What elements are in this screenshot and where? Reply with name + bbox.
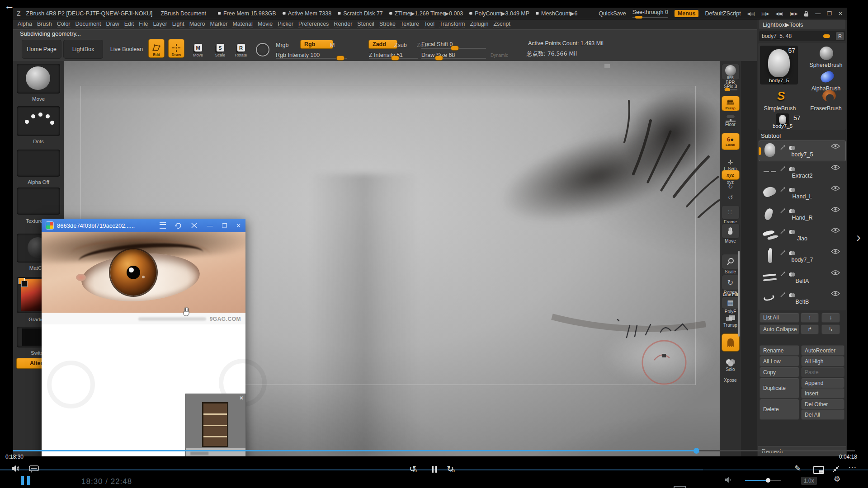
polypaint-brush-icon[interactable] (780, 250, 785, 256)
polypaint-brush-icon[interactable] (780, 187, 785, 192)
zadd-button[interactable]: Zadd (369, 40, 397, 48)
rgb-intensity-knob[interactable] (337, 56, 344, 60)
duplicate-button[interactable]: Duplicate (760, 378, 799, 398)
image-viewer-titlebar[interactable]: 8663de74f03bf719acc202...... — ❐ ✕ (42, 219, 245, 232)
menu-color[interactable]: Color (57, 21, 71, 28)
menu-brush[interactable]: Brush (37, 21, 52, 28)
menu-draw[interactable]: Draw (106, 21, 119, 28)
palette-right-icon[interactable]: ▣▸ (790, 10, 797, 17)
shelf-transp[interactable]: Transp (721, 315, 740, 328)
move-down-turn-button[interactable]: ↳ (822, 325, 840, 334)
edit-mode-button[interactable]: Edit (149, 39, 164, 57)
shelf-scale[interactable]: Scale (721, 254, 740, 274)
toggle-pill-icon[interactable] (791, 209, 795, 213)
draw-mode-button[interactable]: Draw (169, 39, 184, 57)
lock-icon[interactable] (804, 11, 809, 16)
volume-icon[interactable] (11, 465, 20, 473)
rotate-mode-button[interactable]: RRotate (234, 39, 248, 57)
skip-forward-button[interactable]: ↻30 (447, 464, 454, 474)
visibility-eye-icon[interactable] (831, 291, 840, 296)
video-content[interactable]: Z ZBrush 4R8 P2 [DEUC-PJTF-QNEW-GFJI-NOK… (13, 8, 847, 456)
lightbox-button[interactable]: LightBox (64, 40, 103, 58)
insert-button[interactable]: Insert (802, 389, 844, 398)
menu-stroke[interactable]: Stroke (379, 21, 396, 28)
subtool-header[interactable]: Subtool (761, 132, 781, 139)
toggle-pill-icon[interactable] (791, 167, 795, 171)
copy-button[interactable]: Copy (760, 367, 799, 377)
thumbnail-panel[interactable]: ✕ (186, 394, 245, 456)
menus-button[interactable]: Menus (675, 10, 699, 17)
tray-dots[interactable] (17, 106, 60, 136)
r-button[interactable]: R (836, 32, 844, 40)
shelf-bpr[interactable]: BPRBPR (721, 64, 740, 85)
polypaint-brush-icon[interactable] (780, 272, 785, 277)
subtool-row-jiao[interactable]: Jiao (759, 225, 845, 245)
viewer-close-icon[interactable]: ✕ (236, 222, 241, 229)
rgb-intensity-slider[interactable]: Rgb Intensity 100 (276, 52, 320, 58)
toggle-pill-icon[interactable] (791, 272, 795, 277)
m-button[interactable]: M (330, 42, 335, 48)
shelf-local[interactable]: 6●Local (721, 133, 740, 150)
shrink-player-icon[interactable] (832, 465, 840, 473)
del-other-button[interactable]: Del Other (802, 399, 844, 409)
shelf-polyf[interactable]: Line Fill▦PolyF (721, 292, 740, 314)
menu-stencil[interactable]: Stencil (357, 21, 374, 28)
subtool-row-body7_7[interactable]: body7_7 (759, 246, 845, 266)
thumbnail-close-icon[interactable]: ✕ (239, 395, 244, 401)
spherebrush-icon[interactable] (820, 47, 833, 60)
menu-zscript[interactable]: Zscript (493, 21, 510, 28)
visibility-eye-icon[interactable] (831, 186, 840, 191)
toggle-pill-icon[interactable] (791, 230, 795, 234)
dynamic-toggle[interactable]: Dynamic (491, 53, 508, 58)
eraserbrush-icon[interactable] (822, 90, 836, 102)
pip-icon[interactable] (813, 466, 824, 474)
toggle-pill-icon[interactable] (791, 188, 795, 192)
menu-tool[interactable]: Tool (424, 21, 434, 28)
shelf-mini[interactable] (721, 115, 740, 118)
menu-file[interactable]: File (139, 21, 148, 28)
del-all-button[interactable]: Del All (802, 410, 844, 419)
tray-move[interactable] (17, 64, 60, 94)
rgb-intensity-track[interactable] (276, 58, 347, 59)
shelf-lsym[interactable]: ✛L.Sym (721, 159, 740, 171)
move-mode-button[interactable]: MMove (191, 39, 205, 57)
all-high-button[interactable]: All High (802, 357, 844, 366)
shelf-roty[interactable]: ↻ (721, 183, 740, 190)
visibility-eye-icon[interactable] (831, 207, 840, 212)
subtool-down-button[interactable]: ↓ (822, 313, 840, 322)
video-progress-knob[interactable] (693, 448, 699, 454)
menu-movie[interactable]: Movie (258, 21, 273, 28)
tool-slider-knob[interactable] (823, 34, 830, 38)
see-through-slider[interactable]: See-through 0 (632, 9, 668, 18)
subtool-row-beltb[interactable]: BeltB (759, 288, 845, 308)
edit-clip-icon[interactable]: ✎ (794, 464, 801, 474)
append-button[interactable]: Append (802, 378, 844, 388)
shelf-scrollbar[interactable] (738, 251, 740, 337)
rename-button[interactable]: Rename (760, 346, 799, 355)
visibility-eye-icon[interactable] (831, 165, 840, 170)
settings-gear-icon[interactable]: ⚙ (834, 474, 840, 484)
zsub-button[interactable]: Zsub (394, 42, 407, 48)
volume-knob[interactable] (766, 478, 770, 483)
tool-name-slider[interactable]: body7_5. 48 R (759, 31, 845, 41)
volume-icon-2[interactable] (724, 476, 732, 483)
subtool-row-belta[interactable]: BeltA (759, 267, 845, 287)
scroll-right-icon[interactable]: ▤▸ (761, 10, 769, 17)
simplebrush-icon[interactable]: S (777, 89, 785, 103)
subtool-row-hand_r[interactable]: Hand_R (759, 204, 845, 224)
subtool-up-button[interactable]: ↑ (801, 313, 818, 322)
more-options-icon[interactable]: ⋯ (848, 462, 857, 472)
lightbox-tools-header[interactable]: Lightbox▶Tools (759, 19, 845, 29)
minimize-icon[interactable]: — (815, 10, 821, 17)
paste-button[interactable]: Paste (802, 367, 844, 377)
home-page-button[interactable]: Home Page (22, 40, 61, 58)
viewer-minimize-icon[interactable]: — (207, 222, 212, 229)
menu-light[interactable]: Light (172, 21, 184, 28)
mrgb-button[interactable]: Mrgb (276, 42, 288, 48)
palette-left-icon[interactable]: ◂▣ (775, 10, 783, 17)
all-low-button[interactable]: All Low (760, 357, 799, 366)
tray-texture-off[interactable] (17, 188, 60, 215)
polypaint-brush-icon[interactable] (780, 166, 785, 172)
eraserbrush-label[interactable]: EraserBrush (805, 105, 847, 112)
viewer-menu-icon[interactable] (160, 222, 166, 229)
